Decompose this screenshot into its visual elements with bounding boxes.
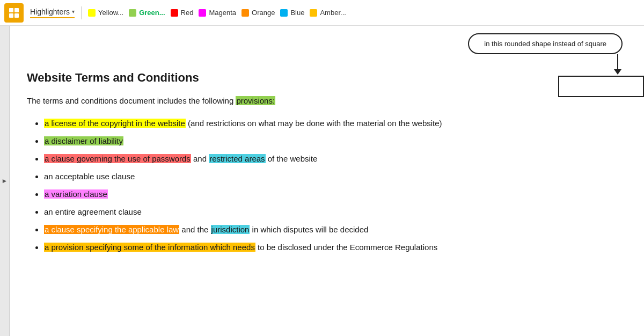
color-item-magenta[interactable]: Magenta	[199, 9, 236, 17]
list-item-highlight: a clause specifying the applicable law	[44, 225, 179, 234]
amber-label: Amber...	[320, 9, 346, 17]
callout-text: in this rounded shape instead of square	[484, 40, 606, 48]
highlighters-button[interactable]: Highlighters ▾	[30, 8, 75, 18]
highlighters-label: Highlighters	[30, 8, 70, 16]
svg-rect-3	[14, 13, 19, 18]
document-list: a license of the copyright in the websit…	[27, 116, 627, 254]
orange-label: Orange	[252, 9, 275, 17]
list-item-text: and the	[179, 225, 210, 234]
orange-swatch	[241, 9, 249, 17]
color-item-red[interactable]: Red	[171, 9, 194, 17]
content-area: in this rounded shape instead of square …	[10, 26, 644, 336]
svg-rect-0	[9, 8, 13, 12]
color-item-green[interactable]: Green...	[129, 9, 165, 17]
list-item-text: an entire agreement clause	[44, 207, 142, 216]
yellow-swatch	[88, 9, 96, 17]
yellow-label: Yellow...	[98, 9, 123, 17]
list-item: a provision specifying some of the infor…	[44, 240, 627, 254]
list-item-highlight: a license of the copyright in the websit…	[44, 119, 186, 128]
list-item: a clause specifying the applicable law a…	[44, 222, 627, 237]
list-item: an acceptable use clause	[44, 169, 627, 184]
intro-highlight: provisions:	[236, 96, 275, 105]
green-swatch	[129, 9, 136, 17]
svg-rect-2	[9, 13, 13, 18]
list-item-text: an acceptable use clause	[44, 172, 135, 181]
blue-swatch	[280, 9, 288, 17]
svg-rect-1	[14, 8, 19, 12]
list-item: a variation clause	[44, 187, 627, 201]
toolbar-divider	[81, 6, 82, 19]
document-title: Website Terms and Conditions	[27, 71, 199, 84]
color-item-yellow[interactable]: Yellow...	[88, 9, 123, 17]
red-label: Red	[181, 9, 194, 17]
callout-arrow-line	[617, 54, 618, 69]
callout-bubble: in this rounded shape instead of square	[468, 33, 623, 54]
intro-paragraph: The terms and conditions document includ…	[27, 94, 627, 107]
list-item: a clause governing the use of passwords …	[44, 151, 627, 166]
list-item-text: to be disclosed under the Ecommerce Regu…	[255, 243, 437, 252]
color-item-amber[interactable]: Amber...	[310, 9, 346, 17]
list-item-highlight: a clause governing the use of passwords	[44, 154, 191, 163]
main-area: ► in this rounded shape instead of squar…	[0, 26, 644, 336]
sidebar-toggle-icon[interactable]: ►	[2, 177, 8, 185]
list-item: an entire agreement clause	[44, 204, 627, 219]
list-item: a disclaimer of liability	[44, 134, 627, 148]
green-label: Green...	[139, 9, 165, 17]
list-item-highlight2: jurisdiction	[211, 225, 250, 234]
left-sidebar: ►	[0, 26, 10, 336]
list-item-highlight: a provision specifying some of the infor…	[44, 243, 255, 252]
color-item-orange[interactable]: Orange	[241, 9, 275, 17]
color-items: Yellow... Green... Red Magenta Orange Bl…	[88, 9, 346, 17]
dropdown-arrow-icon: ▾	[72, 9, 75, 14]
magenta-swatch	[199, 9, 206, 17]
red-swatch	[171, 9, 178, 17]
callout-area: in this rounded shape instead of square	[257, 33, 644, 97]
list-item-highlight: a disclaimer of liability	[44, 136, 123, 145]
list-item-highlight: a variation clause	[44, 189, 108, 199]
intro-before: The terms and conditions document includ…	[27, 96, 236, 105]
magenta-label: Magenta	[209, 9, 236, 17]
amber-swatch	[310, 9, 317, 17]
list-item-text: (and restrictions on what may be done wi…	[186, 119, 442, 128]
list-item-text: and	[191, 154, 209, 163]
app-icon	[4, 3, 24, 23]
list-item-highlight2: restricted areas	[209, 154, 265, 163]
blue-label: Blue	[290, 9, 304, 17]
toolbar: Highlighters ▾ Yellow... Green... Red Ma…	[0, 0, 644, 26]
list-item-text2: in which disputes will be decided	[250, 225, 368, 234]
list-item: a license of the copyright in the websit…	[44, 116, 627, 130]
color-item-blue[interactable]: Blue	[280, 9, 304, 17]
list-item-text2: of the website	[266, 154, 318, 163]
